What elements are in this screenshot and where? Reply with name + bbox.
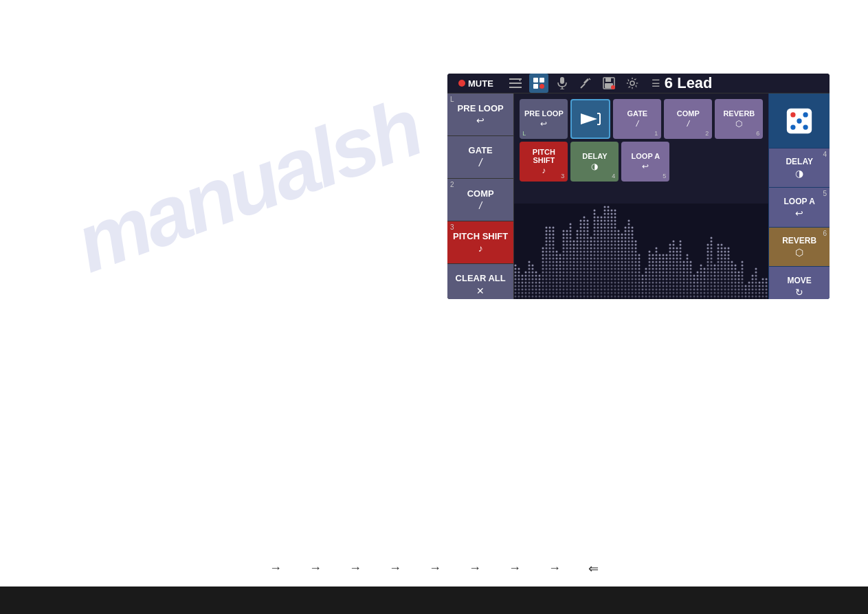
reverb-r-label: REVERB <box>782 236 816 245</box>
preset-menu-icon: ☰ <box>652 78 660 89</box>
wrench-icon[interactable] <box>576 74 595 93</box>
effect-pre-loop[interactable]: L PRE LOOP ↩ <box>520 99 568 139</box>
gate-icon: / <box>479 157 482 169</box>
svg-rect-14 <box>605 78 611 82</box>
svg-rect-8 <box>560 77 564 84</box>
svg-point-7 <box>539 84 544 89</box>
delay-r-num: 4 <box>823 151 827 158</box>
loop-a-r-icon: ↩ <box>795 208 803 219</box>
reverb-effect-icon: ⬡ <box>735 119 742 129</box>
effect-loop-a[interactable]: LOOP A ↩ 5 <box>621 142 669 182</box>
mic-icon[interactable] <box>553 74 572 93</box>
chain-block-num-2: 2 <box>450 181 454 188</box>
svg-rect-2 <box>509 87 522 88</box>
loop-a-r-num: 5 <box>823 190 827 197</box>
reverb-r1-num: 6 <box>756 130 759 137</box>
effect-delay[interactable]: DELAY ◑ 4 <box>570 142 619 182</box>
effect-pitch-label: PITCH SHIFT <box>522 148 565 164</box>
chain-grid: L PRE LOOP ↩ <box>514 94 768 204</box>
left-panel: L PRE LOOP ↩ GATE / 2 COMP / 3 PITCH SHI… <box>447 94 514 299</box>
reverb-r-icon: ⬡ <box>795 247 803 258</box>
svg-point-16 <box>611 85 615 89</box>
loop-a-num: 5 <box>663 173 666 179</box>
svg-rect-6 <box>533 84 538 89</box>
nav-arrow-1[interactable]: → <box>269 561 282 576</box>
effect-pitch-shift[interactable]: PITCH SHIFT ♪ 3 <box>520 142 568 182</box>
right-block-delay[interactable]: 4 DELAY ◑ <box>769 149 830 188</box>
nav-arrow-8[interactable]: → <box>548 561 561 576</box>
effect-gate[interactable]: GATE / 1 <box>613 99 661 139</box>
effect-comp[interactable]: COMP / 2 <box>664 99 712 139</box>
right-top-dice[interactable] <box>769 94 830 149</box>
top-bar: MUTE <box>447 74 830 94</box>
effect-delay-label: DELAY <box>582 152 607 160</box>
mute-indicator <box>458 80 465 87</box>
gate-num: 1 <box>654 130 658 137</box>
svg-point-23 <box>790 112 795 117</box>
loop-a-r-label: LOOP A <box>784 197 815 206</box>
preset-name-area: ☰ 6 Lead <box>646 74 824 92</box>
loop-a-effect-icon: ↩ <box>642 162 649 171</box>
pitch-shift-label: PITCH SHIFT <box>453 231 508 242</box>
svg-point-24 <box>797 118 802 123</box>
nav-arrow-2[interactable]: → <box>309 561 322 576</box>
chain-block-clear-all[interactable]: CLEAR ALL ✕ <box>447 264 513 299</box>
chain-block-num-3: 3 <box>450 223 454 231</box>
chain-row-2: PITCH SHIFT ♪ 3 DELAY ◑ 4 LOOP A ↩ 5 <box>520 142 763 182</box>
nav-arrow-4[interactable]: → <box>389 561 401 576</box>
svg-rect-5 <box>539 78 544 83</box>
svg-rect-1 <box>509 83 522 84</box>
chain-block-comp[interactable]: 2 COMP / <box>447 179 513 221</box>
grid-icon[interactable] <box>529 74 548 93</box>
pre-loop-L: L <box>522 130 526 137</box>
reverb-r-num: 6 <box>823 230 827 237</box>
svg-point-25 <box>803 112 808 117</box>
svg-point-26 <box>803 124 808 129</box>
chain-block-num-L: L <box>450 96 454 103</box>
preset-name: 6 Lead <box>665 74 713 92</box>
pre-loop-effect-icon: ↩ <box>540 119 547 129</box>
nav-arrows: → → → → → → → → ⇐ <box>0 561 868 576</box>
right-block-loop-a[interactable]: 5 LOOP A ↩ <box>769 188 830 227</box>
mute-button[interactable]: MUTE <box>453 76 499 91</box>
gear-icon[interactable] <box>623 74 642 93</box>
clear-all-label: CLEAR ALL <box>456 273 506 284</box>
chain-block-pre-loop[interactable]: L PRE LOOP ↩ <box>447 94 513 136</box>
mute-label: MUTE <box>468 78 493 89</box>
delay-effect-icon: ◑ <box>591 162 598 171</box>
svg-point-27 <box>790 124 795 129</box>
nav-arrow-3[interactable]: → <box>349 561 361 576</box>
dice-container <box>786 107 813 135</box>
nav-arrow-5[interactable]: → <box>429 561 441 576</box>
pitch-num: 3 <box>561 173 564 179</box>
right-block-move[interactable]: MOVE ↻ <box>769 267 830 299</box>
effect-active-arrow[interactable] <box>570 99 610 139</box>
move-r-label: MOVE <box>788 276 812 285</box>
effect-reverb-r1[interactable]: REVERB ⬡ 6 <box>715 99 763 139</box>
svg-marker-18 <box>581 113 597 124</box>
nav-arrow-back[interactable]: ⇐ <box>588 561 599 576</box>
top-bar-icons <box>506 74 642 93</box>
pitch-effect-icon: ♪ <box>542 166 546 175</box>
chain-block-gate[interactable]: GATE / <box>447 136 513 179</box>
effect-loop-a-label: LOOP A <box>632 152 660 160</box>
svg-point-17 <box>630 81 634 85</box>
gate-effect-icon: / <box>636 119 638 129</box>
bars-icon[interactable] <box>506 74 525 93</box>
chain-block-pitch-shift[interactable]: 3 PITCH SHIFT ♪ <box>447 221 513 264</box>
nav-arrow-7[interactable]: → <box>509 561 521 576</box>
move-r-icon: ↻ <box>795 287 803 298</box>
delay-r-label: DELAY <box>786 157 813 166</box>
pitch-shift-icon: ♪ <box>478 243 483 254</box>
center-panel: L PRE LOOP ↩ <box>514 94 768 299</box>
nav-arrow-6[interactable]: → <box>469 561 481 576</box>
svg-rect-4 <box>533 78 538 83</box>
effect-gate-label: GATE <box>627 109 647 118</box>
right-panel: 4 DELAY ◑ 5 LOOP A ↩ 6 REVERB ⬡ MOVE ↻ <box>768 94 830 299</box>
clear-all-icon: ✕ <box>476 285 485 296</box>
device-container: MUTE <box>447 74 830 299</box>
right-block-reverb[interactable]: 6 REVERB ⬡ <box>769 228 830 267</box>
svg-line-11 <box>581 84 585 88</box>
save-icon[interactable] <box>599 74 619 93</box>
main-content: L PRE LOOP ↩ GATE / 2 COMP / 3 PITCH SHI… <box>447 94 830 299</box>
